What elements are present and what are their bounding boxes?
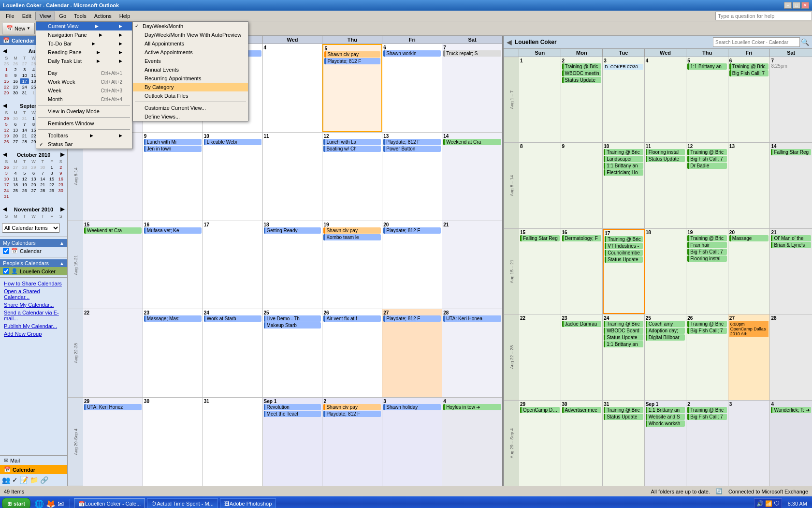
cal-event[interactable]: Playdate; 812 F	[383, 227, 441, 234]
link-send-email[interactable]: Send a Calendar via E-mail...	[0, 309, 67, 322]
cal-event[interactable]: Lunch with Mi	[144, 139, 202, 145]
cal-event[interactable]: Councilmembe	[605, 250, 643, 256]
shortcuts-icon[interactable]: 🔗	[40, 476, 48, 484]
cal-event[interactable]: WBODC meetin	[562, 70, 602, 76]
cal-event[interactable]: Shawn holiday	[383, 404, 441, 410]
my-calendar-item[interactable]: 📅 Calendar	[0, 247, 67, 255]
menu-actions[interactable]: Actions	[90, 12, 116, 20]
calendar-filter-dropdown[interactable]: All Calendar Items	[0, 221, 67, 235]
today-right-cell[interactable]: 17 Training @ Bric VT Industries - Counc…	[603, 229, 645, 314]
cal-event[interactable]: Truck repair; S	[443, 50, 501, 57]
cal-event[interactable]: Hoyles in tow ➜	[443, 404, 501, 410]
link-publish[interactable]: Publish My Calendar...	[0, 322, 67, 330]
day-cell[interactable]: 19 Shawn civ pay Kombo team le	[322, 221, 382, 309]
cal-event[interactable]: Digital Billboar	[646, 334, 685, 341]
my-calendars-header[interactable]: My Calendars ▲	[0, 239, 67, 247]
day-cell[interactable]: 26 Air vent fix at f	[322, 309, 382, 397]
cal-event[interactable]: Big Fish Call; 7	[687, 156, 727, 162]
day-cell[interactable]: 31	[203, 398, 263, 486]
day-cell[interactable]: 2 Shawn civ pay Playdate; 812 F	[322, 398, 382, 486]
mini-day[interactable]: 27	[20, 61, 29, 67]
day-cell[interactable]: 9 Lunch with Mi Jen in town	[143, 133, 203, 221]
cal-event[interactable]: Flooring instal	[646, 149, 685, 155]
right-panel-search[interactable]	[713, 37, 800, 47]
day-cell[interactable]: 10Likeable Webi	[203, 133, 263, 221]
taskbar-outlook[interactable]: 📅 Louellen Coker - Cale...	[74, 498, 145, 508]
search-icon[interactable]: 🔍	[801, 38, 809, 46]
nav-mail[interactable]: ✉ Mail	[0, 456, 67, 465]
menu-month[interactable]: Month Ctrl+Alt+4	[36, 95, 132, 104]
calendar-checkbox[interactable]	[3, 248, 9, 254]
mini-day[interactable]: 2	[11, 67, 20, 73]
cal-event[interactable]: Weekend at Cra	[84, 227, 142, 234]
cal-event[interactable]: Dr Badie	[687, 163, 727, 169]
peoples-toggle[interactable]: ▲	[59, 261, 64, 266]
cal-event[interactable]: Website and S	[646, 414, 685, 420]
cal-event[interactable]: Fran hair	[687, 242, 727, 248]
day-cell[interactable]: 24 Work at Starb	[203, 309, 263, 397]
mini-day[interactable]: 24	[20, 84, 29, 90]
cal-event[interactable]: Electrician; Ho	[604, 169, 643, 176]
cal-event[interactable]: Kombo team le	[323, 234, 381, 240]
cal-event[interactable]: Status Update	[604, 334, 643, 341]
cal-event[interactable]: Training @ Bric	[687, 235, 727, 241]
day-cell[interactable]: 4 Hoyles in tow ➜	[442, 398, 502, 486]
day-cell[interactable]: 25 Live Demo - Th Makeup Starb	[263, 309, 323, 397]
day-cell[interactable]: 11	[263, 133, 323, 221]
cal-event[interactable]: Wbodc worksh	[646, 420, 685, 427]
menu-work-week[interactable]: Work Week Ctrl+Alt+2	[36, 77, 132, 86]
cal-event[interactable]: Playdate; 812 F	[383, 139, 441, 145]
cal-event[interactable]: Status Update	[646, 156, 685, 162]
cal-event[interactable]: Playdate; 812 F	[323, 411, 381, 417]
cal-event[interactable]: Work at Starb	[204, 315, 261, 322]
cal-event[interactable]: Big Fish Call; 7	[687, 249, 727, 255]
menu-day[interactable]: Day Ctrl+Alt+1	[36, 69, 132, 77]
cal-event[interactable]: Playdate; 812 F	[383, 315, 441, 322]
cal-event[interactable]: Training @ Bric	[687, 407, 727, 413]
cal-event[interactable]: Advertiser mee	[562, 407, 602, 413]
cal-event[interactable]: Boating w/ Ch	[323, 146, 381, 152]
taskbar-photoshop[interactable]: 🖼 Adobe Photoshop	[220, 498, 276, 508]
mini-day[interactable]: 10	[20, 73, 29, 78]
sub-day-week-month[interactable]: ✓ Day/Week/Month	[133, 22, 248, 30]
mini-day[interactable]: 1	[2, 67, 11, 73]
day-cell[interactable]: 16 Mufasa vet; Ke	[143, 221, 203, 309]
day-cell[interactable]: Sep 1 Revolution Meet the Teacl	[263, 398, 323, 486]
cal-event[interactable]: OpenCamp Dalla	[520, 407, 560, 413]
cal-event[interactable]: Weekend at Cra	[443, 139, 501, 145]
cal-event[interactable]: Training @ Bric	[604, 321, 643, 327]
cal-event[interactable]: Landscaper	[604, 156, 643, 162]
mini-day[interactable]: 15	[2, 78, 11, 84]
mini-day[interactable]: 26	[11, 61, 20, 67]
sub-outlook-data[interactable]: Outlook Data Files	[133, 91, 248, 100]
maximize-button[interactable]: □	[793, 2, 800, 9]
cal-event[interactable]: Status Update	[562, 77, 602, 83]
help-search-input[interactable]	[715, 12, 812, 20]
link-share-my[interactable]: Share My Calendar...	[0, 301, 67, 309]
taskbar-actual-time[interactable]: ⏱ Actual Time Spent - M...	[147, 498, 218, 508]
sub-annual-events[interactable]: Annual Events	[133, 65, 248, 74]
sub-define-views[interactable]: Define Views...	[133, 112, 248, 121]
day-cell-highlight[interactable]: 27 Playdate; 812 F	[382, 309, 442, 397]
cal-event[interactable]: Getting Ready	[264, 227, 321, 234]
cal-event[interactable]: Status Update	[605, 256, 643, 263]
mini-day[interactable]: 3	[20, 67, 29, 73]
my-calendars-toggle[interactable]: ▲	[59, 240, 64, 246]
mini-day[interactable]: 8	[2, 73, 11, 78]
day-cell[interactable]: 6Shawn workin	[382, 44, 442, 132]
cal-event[interactable]: Massage	[729, 235, 769, 241]
nav-calendar[interactable]: 📅 Calendar	[0, 465, 67, 474]
menu-toolbars[interactable]: Toolbars ▶	[36, 131, 132, 140]
start-button[interactable]: ⊞ start	[2, 498, 30, 508]
cal-event[interactable]: Falling Star Reg	[771, 149, 811, 155]
sub-recurring[interactable]: Recurring Appointments	[133, 74, 248, 83]
tasks-icon[interactable]: ✓	[12, 476, 18, 484]
menu-todo-bar[interactable]: To-Do Bar ▶	[36, 39, 132, 48]
cal-event[interactable]: Shawn civ pay	[323, 227, 381, 234]
day-cell[interactable]: 17	[203, 221, 263, 309]
mini-day[interactable]: 29	[2, 90, 11, 96]
day-cell[interactable]: 18 Getting Ready	[263, 221, 323, 309]
menu-reading-pane[interactable]: Reading Pane ▶	[36, 48, 132, 57]
day-cell[interactable]: 21	[442, 221, 502, 309]
day-cell[interactable]: 29 UTA: Keri Honez	[83, 398, 143, 486]
